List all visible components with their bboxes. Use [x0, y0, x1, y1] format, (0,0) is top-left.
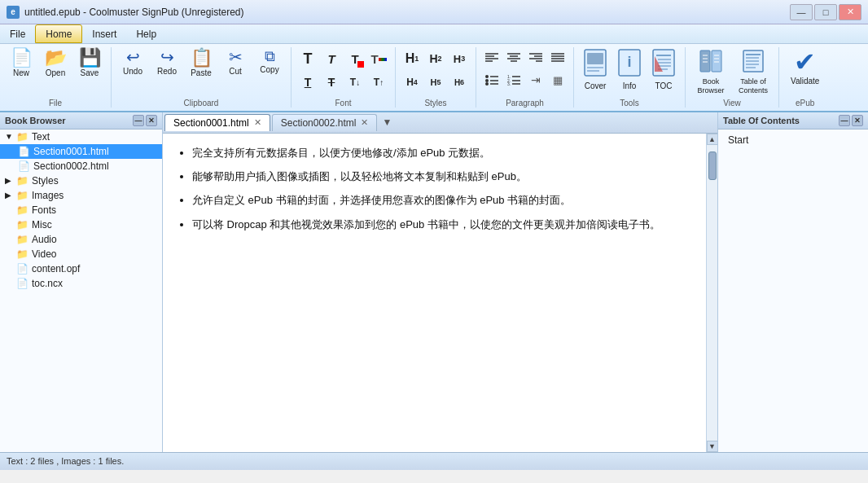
svg-rect-29: [587, 53, 603, 64]
toc-title: Table Of Contents: [723, 116, 800, 125]
tree-text-folder[interactable]: ▼ 📁 Text: [0, 130, 162, 144]
tree-content-opf[interactable]: 📄 content.opf: [0, 261, 162, 276]
tree-misc-folder[interactable]: 📁 Misc: [0, 217, 162, 232]
tree-view: ▼ 📁 Text 📄 Section0001.html 📄 Section000…: [0, 130, 162, 452]
file-icon: 📄: [18, 146, 30, 157]
h4-button[interactable]: H4: [401, 71, 423, 94]
cut-button[interactable]: ✂ Cut: [219, 47, 252, 77]
folder-icon2: 📁: [16, 204, 28, 216]
save-button[interactable]: 💾 Save: [73, 47, 106, 79]
tab-close-1[interactable]: ✕: [361, 117, 368, 128]
status-bar: Text : 2 files , Images : 1 files.: [0, 452, 868, 470]
svg-point-18: [485, 79, 489, 82]
list-ordered-button[interactable]: 1.2.3.: [503, 69, 524, 90]
tree-audio-folder[interactable]: 📁 Audio: [0, 232, 162, 247]
editor-content[interactable]: 完全支持所有元数据条目，以便方便地修改/添加 ePub 元数据。 能够帮助用户插…: [163, 134, 706, 452]
open-button[interactable]: 📂 Open: [39, 47, 72, 79]
menu-file[interactable]: File: [0, 24, 35, 43]
svg-point-16: [485, 75, 489, 78]
file-icon2: 📄: [16, 263, 28, 274]
tree-section0001[interactable]: 📄 Section0001.html: [0, 144, 162, 159]
h5-button[interactable]: H5: [424, 71, 447, 94]
redo-button[interactable]: ↪ Redo: [151, 47, 183, 77]
copy-icon: ⧉: [265, 49, 275, 64]
toc-start[interactable]: Start: [723, 133, 863, 147]
h3-button[interactable]: H3: [448, 47, 471, 70]
align-right-button[interactable]: [525, 47, 546, 68]
table-contents-icon: [741, 49, 765, 76]
tree-video-folder[interactable]: 📁 Video: [0, 247, 162, 261]
tree-styles-folder[interactable]: ▶ 📁 Styles: [0, 173, 162, 188]
toc-button[interactable]: TOC: [647, 47, 680, 92]
scroll-up-arrow[interactable]: ▲: [707, 134, 718, 145]
tree-fonts-folder[interactable]: 📁 Fonts: [0, 203, 162, 217]
table-contents-button[interactable]: Table ofContents: [733, 47, 774, 97]
scroll-thumb[interactable]: [708, 151, 717, 180]
file-icon2: 📄: [16, 278, 28, 289]
align-justify-button[interactable]: [547, 47, 568, 68]
tree-toc-ncx[interactable]: 📄 toc.ncx: [0, 276, 162, 291]
paste-icon: 📋: [191, 49, 213, 67]
font-btn-t6[interactable]: T: [320, 71, 343, 94]
ribbon-view-buttons: BookBrowser Table ofContents: [690, 47, 774, 97]
info-button[interactable]: i Info: [613, 47, 646, 92]
minimize-button[interactable]: —: [790, 4, 813, 20]
table-insert-button[interactable]: ▦: [547, 69, 568, 90]
paste-button[interactable]: 📋 Paste: [185, 47, 217, 79]
panel-close-button[interactable]: ✕: [146, 115, 157, 126]
align-center-button[interactable]: [503, 47, 524, 68]
copy-button[interactable]: ⧉ Copy: [253, 47, 286, 76]
book-browser-header: Book Browser — ✕: [0, 112, 162, 130]
font-btn-color[interactable]: T: [367, 47, 390, 70]
toc-icon: [651, 49, 676, 80]
new-icon: 📄: [11, 49, 33, 67]
cover-button[interactable]: Cover: [579, 47, 612, 92]
close-button[interactable]: ✕: [839, 4, 861, 20]
font-btn-t5[interactable]: T: [296, 71, 319, 94]
expand-icon: ▶: [5, 191, 13, 200]
list-item: 能够帮助用户插入图像或插图，以及轻松地将文本复制和粘贴到 ePub。: [192, 167, 693, 186]
validate-button[interactable]: ✔ Validate: [784, 47, 826, 87]
tab-close-0[interactable]: ✕: [254, 117, 261, 128]
open-icon: 📂: [45, 49, 67, 67]
font-btn-sup[interactable]: T↑: [367, 71, 390, 94]
vertical-scrollbar[interactable]: ▲ ▼: [706, 134, 717, 452]
toc-panel: Table Of Contents — ✕ Start: [717, 112, 868, 452]
tab-section0001[interactable]: Section0001.html ✕: [164, 114, 270, 131]
ribbon-group-view: BookBrowser Table ofContents View: [686, 47, 779, 108]
list-unordered-button[interactable]: [481, 69, 502, 90]
new-button[interactable]: 📄 New: [5, 47, 37, 79]
toc-close-button[interactable]: ✕: [852, 115, 863, 126]
font-btn-sub[interactable]: T↓: [344, 71, 366, 94]
ribbon-font-content: T T T T T T T↓ T↑: [296, 47, 390, 97]
menu-help[interactable]: Help: [126, 24, 166, 43]
tab-section0002[interactable]: Section0002.html ✕: [272, 114, 378, 131]
tab-dropdown[interactable]: ▼: [382, 116, 392, 128]
book-browser-button[interactable]: BookBrowser: [690, 47, 731, 97]
ribbon: 📄 New 📂 Open 💾 Save File ↩ Undo ↪ Redo: [0, 44, 868, 112]
undo-button[interactable]: ↩ Undo: [116, 47, 149, 77]
main-area: Book Browser — ✕ ▼ 📁 Text 📄 Section0001.…: [0, 112, 868, 452]
menu-home[interactable]: Home: [35, 24, 82, 43]
tree-images-folder[interactable]: ▶ 📁 Images: [0, 188, 162, 203]
toc-min-button[interactable]: —: [839, 115, 850, 126]
folder-icon: 📁: [16, 190, 28, 201]
indent-increase-button[interactable]: ⇥: [525, 69, 546, 90]
font-btn-t3[interactable]: T: [344, 47, 366, 70]
folder-icon2: 📁: [16, 219, 28, 231]
restore-button[interactable]: □: [814, 4, 837, 20]
h6-button[interactable]: H6: [448, 71, 471, 94]
save-icon: 💾: [79, 49, 101, 67]
scroll-down-arrow[interactable]: ▼: [707, 441, 718, 452]
font-btn-t1[interactable]: T: [296, 47, 319, 70]
tree-section0002[interactable]: 📄 Section0002.html: [0, 159, 162, 173]
align-left-button[interactable]: [481, 47, 502, 68]
toc-content: Start: [718, 130, 868, 151]
menu-insert[interactable]: Insert: [82, 24, 126, 43]
panel-min-button[interactable]: —: [133, 115, 144, 126]
editor-wrapper: 完全支持所有元数据条目，以便方便地修改/添加 ePub 元数据。 能够帮助用户插…: [163, 134, 717, 452]
scroll-track[interactable]: [707, 145, 718, 441]
font-btn-t2[interactable]: T: [320, 47, 343, 70]
h2-button[interactable]: H2: [424, 47, 447, 70]
h1-button[interactable]: H1: [401, 47, 423, 70]
